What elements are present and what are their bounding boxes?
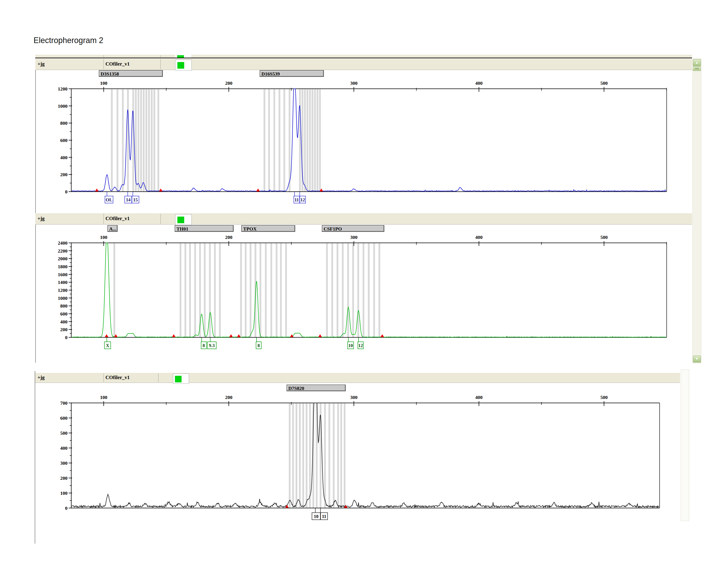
allele-label[interactable]: 10 (314, 514, 319, 519)
allele-bin-bar (379, 243, 380, 337)
allele-bin-bar (219, 243, 221, 337)
x-tick-label: 300 (350, 234, 358, 240)
allele-bin-bar (342, 243, 344, 337)
y-tick-label: 200 (60, 475, 68, 481)
x-tick-label: 500 (600, 234, 608, 240)
allele-bin-bar (148, 89, 150, 191)
allele-bin-bar (250, 243, 251, 337)
allele-bin-bar (113, 243, 115, 337)
y-tick-label: 400 (60, 445, 68, 451)
allele-label[interactable]: 15 (133, 197, 138, 202)
allele-bin-bar (143, 89, 144, 191)
x-tick-label: 300 (350, 395, 358, 400)
allele-bin-bar (279, 89, 280, 191)
y-tick-label: 2400 (58, 240, 68, 246)
allele-label[interactable]: 8 (257, 343, 260, 348)
y-tick-label: 1600 (58, 272, 68, 277)
top-scrollbar-track[interactable]: ▲ ▼ (692, 58, 701, 363)
marker-range-triangle-icon (237, 334, 240, 337)
allele-bin-bar (357, 243, 359, 337)
allele-bin-bar (307, 89, 308, 191)
allele-bin-bar (270, 243, 272, 337)
bottom-scrollbar-track[interactable] (681, 370, 689, 521)
allele-bin-bar (368, 243, 370, 337)
allele-bin-bar (302, 403, 304, 508)
allele-bin-bar (154, 89, 155, 191)
allele-bin-bar (276, 243, 278, 337)
scroll-down-button[interactable]: ▼ (693, 356, 701, 363)
allele-bin-bar (268, 89, 270, 191)
allele-label[interactable]: 9.3 (209, 343, 215, 348)
allele-bin-bar (259, 243, 261, 337)
allele-bin-bar (265, 243, 267, 337)
allele-bin-bar (304, 89, 306, 191)
y-tick-label: 600 (60, 137, 68, 143)
scroll-up-button[interactable]: ▲ (693, 59, 701, 66)
marker-range-triangle-icon (318, 334, 322, 337)
allele-bin-bar (127, 89, 129, 191)
allele-bin-bar (132, 89, 134, 191)
allele-label[interactable]: 8 (203, 343, 205, 348)
scroll-up-icon: ▲ (695, 60, 699, 64)
allele-bin-bar (352, 243, 354, 337)
x-tick-label: 500 (600, 80, 608, 86)
allele-label[interactable]: 12 (358, 343, 363, 348)
scroll-down-icon: ▼ (695, 357, 699, 361)
allele-bin-bar (337, 243, 338, 337)
allele-label[interactable]: 14 (126, 197, 131, 202)
cofiler-green-dye-panel[interactable]: 1002003004005000200400600800100012001400… (58, 234, 667, 349)
y-tick-label: 600 (60, 415, 68, 421)
allele-bin-bar (280, 243, 282, 337)
electropherogram-charts[interactable]: 100200300400500020040060080010001200OL14… (0, 0, 728, 563)
allele-bin-bar (116, 89, 118, 191)
allele-label[interactable]: OL (106, 197, 112, 202)
allele-bin-bar (184, 243, 186, 337)
marker-range-triangle-icon (172, 334, 176, 337)
x-tick-label: 400 (475, 234, 483, 240)
allele-bin-bar (299, 89, 301, 191)
allele-bin-bar (285, 243, 287, 337)
marker-range-triangle-icon (256, 188, 260, 191)
allele-bin-bar (292, 403, 294, 508)
cofiler-black-dye-panel[interactable]: 1002003004005000100200300400500600700101… (60, 395, 660, 520)
allele-bin-bar (314, 89, 316, 191)
allele-bin-bar (255, 243, 256, 337)
y-tick-label: 2200 (58, 248, 68, 254)
allele-bin-bar (299, 403, 301, 508)
allele-bin-bar (324, 403, 326, 508)
electropherogram-trace (72, 89, 666, 191)
allele-bin-bar (309, 89, 311, 191)
allele-bin-bar (337, 403, 339, 508)
allele-bin-bar (363, 243, 364, 337)
allele-label[interactable]: 11 (295, 197, 299, 202)
allele-bin-bar (296, 403, 297, 508)
cofiler-blue-dye-panel[interactable]: 100200300400500020040060080010001200OL14… (58, 80, 667, 203)
allele-bin-bar (264, 89, 265, 191)
x-tick-label: 300 (350, 80, 358, 86)
allele-label[interactable]: X (106, 343, 109, 348)
allele-bin-bar (289, 89, 291, 191)
x-tick-label: 100 (100, 395, 107, 400)
y-tick-label: 400 (60, 319, 68, 325)
allele-bin-bar (344, 403, 345, 508)
allele-bin-bar (158, 89, 159, 191)
allele-bin-bar (311, 89, 313, 191)
allele-bin-bar (245, 243, 247, 337)
y-tick-label: 2000 (58, 256, 68, 261)
allele-bin-bar (273, 89, 275, 191)
x-tick-label: 200 (225, 395, 233, 400)
scrollbar-thumb[interactable] (693, 66, 701, 71)
allele-bin-bar (194, 243, 196, 337)
x-tick-label: 500 (600, 395, 608, 400)
x-tick-label: 200 (225, 80, 233, 86)
allele-label[interactable]: 10 (348, 343, 353, 348)
y-tick-label: 1000 (58, 103, 68, 109)
allele-label[interactable]: 11 (322, 514, 326, 519)
allele-bin-bar (340, 403, 342, 508)
allele-bin-bar (145, 89, 147, 191)
allele-bin-bar (326, 243, 328, 337)
y-tick-label: 0 (65, 505, 68, 511)
y-tick-label: 300 (60, 460, 68, 466)
allele-label[interactable]: 12 (300, 197, 305, 202)
x-tick-label: 200 (225, 234, 233, 240)
